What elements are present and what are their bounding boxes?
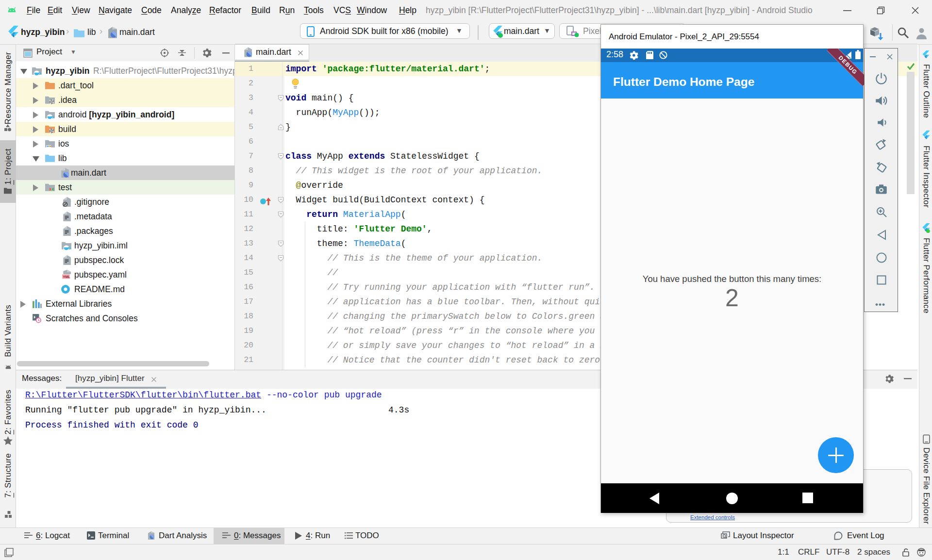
svg-text:YML: YML [63,275,70,279]
